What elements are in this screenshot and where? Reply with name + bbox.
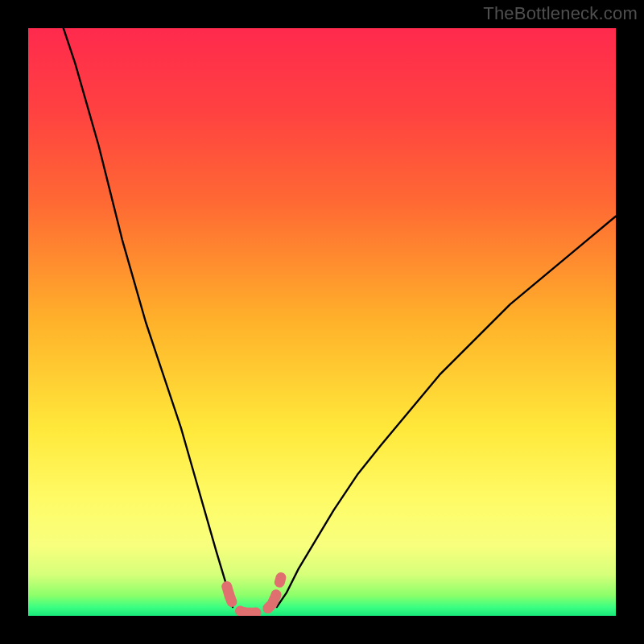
chart-background: [28, 28, 616, 616]
chart-frame: TheBottleneck.com: [0, 0, 644, 644]
watermark-text: TheBottleneck.com: [483, 3, 638, 24]
chart-svg: [28, 28, 616, 616]
plot-area: [28, 28, 616, 616]
